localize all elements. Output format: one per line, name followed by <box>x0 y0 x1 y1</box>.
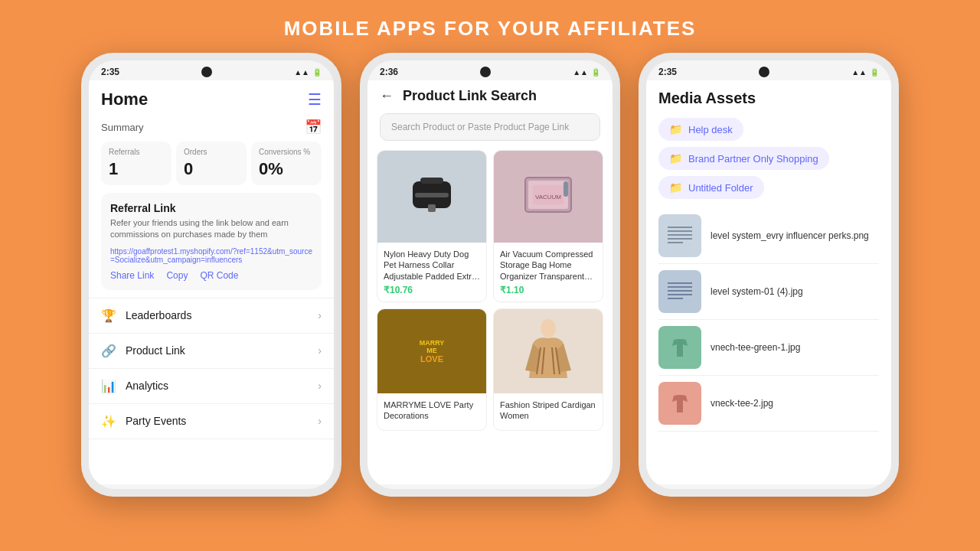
menu-item-product-link-left: 🔗 Product Link <box>101 344 185 358</box>
svg-rect-1 <box>420 178 443 184</box>
product-name-2: MARRYME LOVE Party Decorations <box>384 399 480 422</box>
folder-chip-help-desk[interactable]: 📁 Help desk <box>658 118 743 141</box>
product-card-2[interactable]: MARRY ME LOVE MARRYME LOVE Party Decorat… <box>377 308 487 432</box>
svg-rect-25 <box>668 294 692 295</box>
referral-title: Referral Link <box>110 202 312 214</box>
search-placeholder: Search Product or Paste Product Page Lin… <box>391 122 569 132</box>
phone-1-status-bar: 2:35 ▲▲ 🔋 <box>89 60 334 80</box>
folder-icon-0: 📁 <box>669 123 682 135</box>
file-item-2[interactable]: vnech-tee-green-1.jpg <box>658 320 879 376</box>
menu-item-analytics[interactable]: 📊 Analytics › <box>89 369 334 404</box>
file-thumb-0 <box>658 214 701 257</box>
product-name-0: Nylon Heavy Duty Dog Pet Harness Collar … <box>384 249 480 282</box>
chevron-right-icon-2: › <box>318 344 322 357</box>
phone-1: 2:35 ▲▲ 🔋 Home ☰ Summary 📅 <box>81 53 341 497</box>
product-link-icon: 🔗 <box>101 344 116 358</box>
analytics-icon: 📊 <box>101 379 116 393</box>
signal-icon: ▲▲ <box>294 68 309 77</box>
page-header: MOBILE APPS FOR YOUR AFFILIATES <box>0 0 980 53</box>
search-input[interactable]: Search Product or Paste Product Page Lin… <box>380 113 600 141</box>
svg-point-10 <box>541 319 556 337</box>
calendar-icon[interactable]: 📅 <box>305 119 322 135</box>
product-info-1: Air Vacuum Compressed Storage Bag Home O… <box>494 243 603 302</box>
svg-rect-20 <box>668 242 683 243</box>
qr-code-button[interactable]: QR Code <box>200 270 238 281</box>
phone-1-time: 2:35 <box>101 67 119 77</box>
stat-referrals: Referrals 1 <box>101 142 172 185</box>
product-info-2: MARRYME LOVE Party Decorations <box>377 393 486 431</box>
product-card-3[interactable]: Fashion Striped Cardigan Women <box>493 308 603 432</box>
phone-3: 2:35 ▲▲ 🔋 Media Assets 📁 Help desk <box>639 53 899 497</box>
wifi-icon: 🔋 <box>312 68 322 77</box>
file-item-1[interactable]: level system-01 (4).jpg <box>658 264 879 320</box>
menu-list: 🏆 Leaderboards › 🔗 Product Link › <box>89 298 334 439</box>
phone-2: 2:36 ▲▲ 🔋 ← Product Link Search Search P… <box>360 53 620 497</box>
chevron-right-icon: › <box>318 309 322 321</box>
analytics-label: Analytics <box>126 380 168 392</box>
share-link-button[interactable]: Share Link <box>110 270 154 281</box>
file-item-0[interactable]: level system_evry influencer perks.png <box>658 208 879 264</box>
products-grid: Nylon Heavy Duty Dog Pet Harness Collar … <box>368 150 612 431</box>
stat-conversions-label: Conversions % <box>259 148 314 156</box>
chevron-right-icon-4: › <box>318 415 322 427</box>
referral-link[interactable]: https://goaffprotest1.myshopify.com/?ref… <box>110 247 312 264</box>
svg-rect-18 <box>668 234 692 236</box>
folder-chip-brand-partner[interactable]: 📁 Brand Partner Only Shopping <box>658 147 829 170</box>
stat-orders-label: Orders <box>184 148 239 156</box>
copy-button[interactable]: Copy <box>166 270 188 281</box>
menu-item-leaderboards[interactable]: 🏆 Leaderboards › <box>89 298 334 334</box>
stat-referrals-value: 1 <box>109 159 164 179</box>
signal-icon-3: ▲▲ <box>851 68 867 77</box>
product-price-1: ₹1.10 <box>500 285 596 295</box>
svg-rect-9 <box>564 181 568 197</box>
leaderboards-label: Leaderboards <box>126 309 191 321</box>
file-name-1: level system-01 (4).jpg <box>710 285 803 298</box>
menu-item-product-link[interactable]: 🔗 Product Link › <box>89 334 334 369</box>
stats-row: Referrals 1 Orders 0 Conversions % 0% <box>89 142 334 193</box>
party-events-icon: ✨ <box>101 414 116 429</box>
signal-icon-2: ▲▲ <box>573 68 588 77</box>
folder-chips: 📁 Help desk 📁 Brand Partner Only Shoppin… <box>646 115 891 208</box>
svg-rect-16 <box>668 227 692 228</box>
product-name-3: Fashion Striped Cardigan Women <box>500 399 596 422</box>
stat-referrals-label: Referrals <box>109 148 164 156</box>
svg-rect-19 <box>668 238 692 240</box>
svg-text:VACUUM: VACUUM <box>535 194 561 201</box>
product-card-1[interactable]: VACUUM Air Vacuum Compressed Storage Bag… <box>493 150 603 302</box>
phone-3-status-bar: 2:35 ▲▲ 🔋 <box>646 60 891 80</box>
page-title: MOBILE APPS FOR YOUR AFFILIATES <box>0 17 980 41</box>
menu-item-leaderboards-left: 🏆 Leaderboards <box>101 308 191 323</box>
phone-1-camera <box>201 67 212 77</box>
phone-2-camera <box>480 67 491 77</box>
referral-card: Referral Link Refer your friends using t… <box>101 193 322 290</box>
wifi-icon-3: 🔋 <box>870 68 879 77</box>
svg-rect-26 <box>668 298 683 299</box>
file-item-3[interactable]: vneck-tee-2.jpg <box>658 376 879 432</box>
product-image-0 <box>377 151 486 243</box>
media-title: Media Assets <box>658 90 756 106</box>
folder-label-0: Help desk <box>688 124 733 135</box>
folder-chip-untitled[interactable]: 📁 Untitled Folder <box>658 176 764 199</box>
search-page-title: Product Link Search <box>403 88 537 104</box>
wifi-icon-2: 🔋 <box>591 68 600 77</box>
stat-orders: Orders 0 <box>176 142 247 185</box>
file-name-3: vneck-tee-2.jpg <box>710 397 773 410</box>
stat-conversions-value: 0% <box>259 159 314 179</box>
referral-actions: Share Link Copy QR Code <box>110 270 312 281</box>
stat-conversions: Conversions % 0% <box>251 142 322 185</box>
svg-rect-22 <box>668 282 692 284</box>
phones-container: 2:35 ▲▲ 🔋 Home ☰ Summary 📅 <box>0 53 980 497</box>
phone-3-time: 2:35 <box>658 67 677 77</box>
phone-3-status-icons: ▲▲ 🔋 <box>851 68 879 77</box>
hamburger-icon[interactable]: ☰ <box>308 90 322 109</box>
phone-2-content: ← Product Link Search Search Product or … <box>368 80 612 484</box>
phone-3-content: Media Assets 📁 Help desk 📁 Brand Partner… <box>646 80 891 484</box>
back-arrow-icon[interactable]: ← <box>380 88 394 104</box>
phone-3-camera <box>759 67 769 77</box>
product-info-0: Nylon Heavy Duty Dog Pet Harness Collar … <box>377 243 486 302</box>
product-card-0[interactable]: Nylon Heavy Duty Dog Pet Harness Collar … <box>377 150 487 302</box>
svg-rect-24 <box>668 290 692 292</box>
menu-item-party-events[interactable]: ✨ Party Events › <box>89 404 334 439</box>
phone-2-inner: 2:36 ▲▲ 🔋 ← Product Link Search Search P… <box>368 60 612 489</box>
menu-item-party-events-left: ✨ Party Events <box>101 414 186 429</box>
